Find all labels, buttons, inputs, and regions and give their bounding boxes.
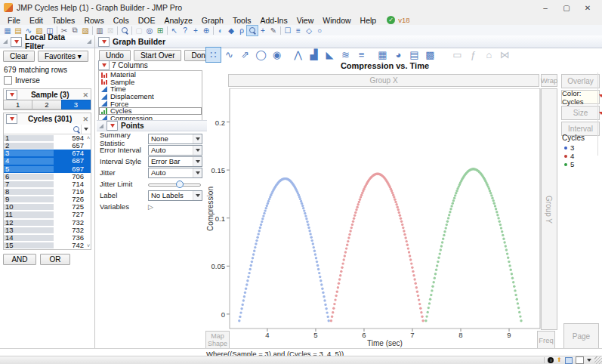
new-data-table-icon[interactable]: ▦ [2,26,13,35]
sample-red-triangle-menu[interactable] [6,90,17,100]
window-list-icon[interactable] [565,357,573,364]
lasso-tool-icon[interactable]: ρ [236,26,247,35]
clear-button[interactable]: Clear [3,51,35,62]
cycles-red-triangle-menu[interactable] [6,114,17,124]
line-element-icon[interactable]: ⋀ [290,47,306,63]
search-options-dropdown[interactable] [81,125,91,134]
overlay-drop-zone[interactable]: Overlay [561,74,600,88]
cycles-search-input[interactable] [4,125,81,134]
menu-item-rows[interactable]: Rows [79,16,108,25]
menu-item-tables[interactable]: Tables [48,16,79,25]
close-button[interactable]: ✕ [577,1,598,14]
minimize-button[interactable]: – [535,1,556,14]
menu-item-graph[interactable]: Graph [197,16,228,25]
collapse-icon[interactable] [87,39,91,44]
paste-icon[interactable]: ▨ [80,26,91,35]
cut-icon[interactable]: ✂ [59,26,69,35]
sample-close-icon[interactable]: ✕ [82,91,88,99]
area-element-icon[interactable]: ◣ [322,47,338,63]
box-plot-element-icon[interactable]: ≋ [338,47,353,63]
collapse-icon[interactable] [3,39,8,44]
search-icon[interactable] [119,26,130,35]
x-axis-label[interactable]: Time (sec) [230,339,540,347]
sample-option-2[interactable]: 2 [32,100,61,110]
color-drop-zone[interactable]: Color: Cycles [561,90,600,104]
mosaic-element-icon[interactable]: ▩ [422,47,438,63]
help-tool-icon[interactable]: ? [180,26,190,35]
find-binoculars-icon[interactable]: ◎ [144,26,155,35]
brush-tool-icon[interactable]: ◆ [226,26,236,35]
points-element-icon[interactable]: ∷ [205,47,221,63]
menu-item-file[interactable]: File [3,16,25,25]
smoother-element-icon[interactable]: ∿ [221,47,237,63]
interval-style-select[interactable]: Error Bar [148,156,202,167]
maximize-button[interactable]: ▢ [556,1,577,14]
menu-item-analyze[interactable]: Analyze [159,16,196,25]
menu-item-add-ins[interactable]: Add-Ins [255,16,292,25]
menu-item-edit[interactable]: Edit [25,16,48,25]
upload-icon[interactable]: ⬆ [557,357,562,363]
copy-icon[interactable]: ⧉ [69,26,80,35]
menu-item-window[interactable]: Window [318,16,355,25]
polygon-annotation-icon[interactable]: ◇ [304,26,314,35]
cycles-close-icon[interactable]: ✕ [82,116,88,123]
arrow-cursor-icon[interactable]: ↖ [169,26,180,35]
move-tool-icon[interactable]: + [190,26,201,35]
python-script-icon[interactable]: ∿ [23,26,34,35]
zoom-tool-icon[interactable] [247,26,258,35]
menu-item-help[interactable]: Help [356,16,381,25]
or-button[interactable]: OR [40,254,70,265]
and-button[interactable]: AND [3,254,36,265]
journal-icon[interactable]: ▥ [94,26,105,35]
start-over-button[interactable]: Start Over [134,50,182,61]
grabber-tool-icon[interactable]: ◐ [215,26,226,35]
ellipse-element-icon[interactable]: ◯ [253,47,269,63]
error-interval-select[interactable]: Auto [148,145,202,156]
bar-element-icon[interactable]: ▟ [306,47,322,63]
open-icon[interactable]: ▤ [13,26,23,35]
map-shape-drop-zone[interactable]: MapShape [205,331,230,350]
scroll-down-icon[interactable]: ˅ [87,243,90,248]
chevron-down-icon[interactable] [587,359,591,362]
summary-statistic-select[interactable]: None [148,134,202,144]
size-drop-zone[interactable]: Size [561,106,600,120]
sample-option-1[interactable]: 1 [3,100,32,110]
group-x-drop-zone[interactable]: Group X [228,74,539,87]
layout-box-icon[interactable] [576,356,584,364]
treemap-element-icon[interactable]: ▤ [406,47,422,63]
info-icon[interactable]: i [548,357,554,363]
filter-red-triangle-menu[interactable] [11,37,22,47]
heatmap-element-icon[interactable]: ▦ [375,47,391,63]
page-drop-zone[interactable]: Page [563,323,599,350]
contour-element-icon[interactable]: ◉ [269,47,285,63]
scroll-up-icon[interactable]: ˄ [87,135,90,140]
undo-button[interactable]: Undo [99,50,131,61]
pie-element-icon[interactable]: ◕ [391,47,406,63]
caption-box-icon[interactable]: ☐ [282,26,293,35]
menu-item-doe[interactable]: DOE [134,16,160,25]
histogram-element-icon[interactable]: ≡ [353,47,369,63]
slider-thumb[interactable] [176,180,184,188]
inverse-checkbox[interactable] [4,76,12,85]
annotate-pencil-icon[interactable]: ✎ [268,26,279,35]
label-select[interactable]: No Labels [148,190,202,201]
menu-item-view[interactable]: View [292,16,319,25]
freq-drop-zone[interactable]: Freq [537,331,555,350]
wrap-drop-zone[interactable]: Wrap [541,74,557,87]
menu-item-cols[interactable]: Cols [109,16,134,25]
resize-grip[interactable] [594,356,602,364]
jitter-limit-slider[interactable] [148,180,201,189]
lock-icon[interactable]: ⊠ [105,26,116,35]
add-table-icon[interactable]: ⊞ [155,26,165,35]
favorites-button[interactable]: Favorites ▾ [38,51,88,62]
jitter-select[interactable]: Auto [148,168,202,178]
graph-builder-red-triangle-menu[interactable] [98,37,110,47]
plot-area[interactable] [224,88,546,335]
y-axis-label[interactable]: Compression [206,179,215,239]
open-folder-icon[interactable]: ▧ [34,26,45,35]
oval-annotation-icon[interactable]: ○ [314,26,325,35]
points-red-triangle-menu[interactable] [107,121,118,131]
compression-plot-svg[interactable] [224,88,546,335]
variables-disclosure-icon[interactable]: ▷ [148,203,153,211]
crosshair-tool-icon[interactable]: + [258,26,268,35]
